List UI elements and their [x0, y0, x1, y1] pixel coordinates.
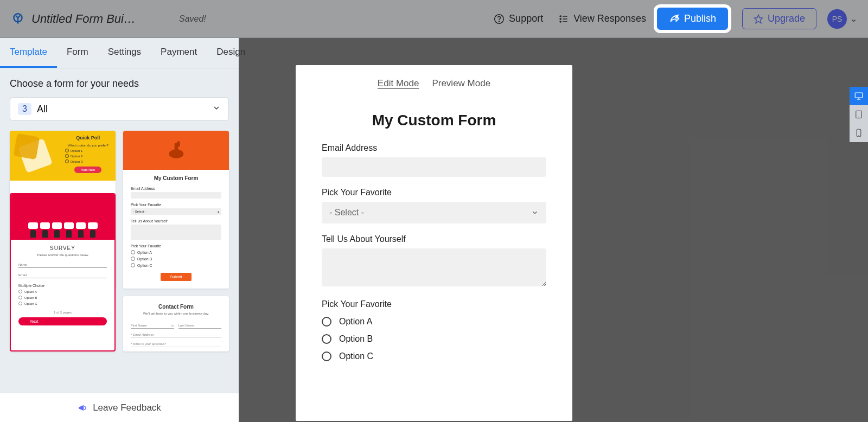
- field-input: [131, 192, 221, 199]
- survey-email-field: Email: [18, 271, 107, 278]
- list-icon: [558, 14, 569, 24]
- view-responses-link[interactable]: View Responses: [558, 13, 646, 24]
- tab-payment[interactable]: Payment: [151, 38, 207, 68]
- survey-title: SURVEY: [18, 245, 107, 251]
- field-label: Email Address: [131, 187, 221, 190]
- template-filter-select[interactable]: 3 All: [10, 97, 229, 121]
- chevron-down-icon: [212, 104, 221, 114]
- svg-point-3: [560, 15, 561, 16]
- template-count-badge: 3: [18, 103, 31, 115]
- support-label: Support: [509, 13, 543, 24]
- field-label: Pick Your Favorite: [131, 203, 221, 207]
- field-label-about[interactable]: Tell Us About Yourself: [322, 234, 546, 244]
- viewport-desktop[interactable]: [850, 87, 868, 105]
- support-link[interactable]: Support: [494, 13, 543, 24]
- contact-question: * What is your question?: [131, 342, 221, 347]
- contact-first-name: First Name▭: [131, 324, 174, 329]
- form-canvas: Edit Mode Preview Mode My Custom Form Em…: [296, 65, 572, 421]
- desktop-icon: [854, 91, 864, 101]
- tablet-icon: [854, 110, 864, 119]
- tab-form[interactable]: Form: [57, 38, 98, 68]
- sidebar-tabs: Template Form Settings Payment Design: [0, 38, 239, 68]
- svg-point-10: [169, 149, 183, 158]
- user-menu-caret[interactable]: ⌄: [850, 14, 857, 24]
- poll-title: Quick Poll: [65, 135, 111, 140]
- contact-subtitle: We'll get back to you within one busines…: [131, 312, 221, 315]
- page-title[interactable]: Untitled Form Bui…: [31, 12, 136, 26]
- help-icon: [494, 14, 505, 24]
- favorite-select[interactable]: - Select -: [322, 202, 546, 223]
- survey-artwork: [11, 194, 114, 240]
- publish-label: Publish: [684, 13, 716, 24]
- custom-submit: Submit: [161, 273, 192, 281]
- publish-button[interactable]: Publish: [657, 8, 728, 30]
- about-textarea[interactable]: [322, 248, 546, 286]
- field-label: Tell Us About Yourself: [131, 219, 221, 223]
- poll-option: Option 2: [65, 154, 111, 158]
- template-section-title: Choose a form for your needs: [10, 78, 229, 89]
- chevron-down-icon: [531, 209, 539, 216]
- survey-subtitle: Please answer the questions below: [18, 253, 107, 257]
- svg-point-5: [560, 21, 561, 22]
- radio-icon[interactable]: [322, 334, 331, 344]
- field-radio: Option B: [131, 257, 221, 261]
- survey-radio: Option B: [18, 296, 107, 299]
- field-radio: Option A: [131, 250, 221, 254]
- svg-marker-9: [754, 15, 762, 23]
- field-label-email[interactable]: Email Address: [322, 143, 546, 153]
- template-card-survey[interactable]: SURVEY Please answer the questions below…: [10, 193, 116, 351]
- mode-tab-edit[interactable]: Edit Mode: [378, 78, 419, 89]
- email-field[interactable]: [322, 157, 546, 177]
- tab-design[interactable]: Design: [207, 38, 255, 68]
- leave-feedback-button[interactable]: Leave Feedback: [0, 393, 239, 422]
- field-select: - Select -▾: [131, 208, 221, 215]
- poll-artwork: [10, 131, 61, 181]
- svg-point-4: [560, 18, 561, 19]
- poll-question: Which option do you prefer?: [65, 144, 111, 147]
- contact-email: * Email Address: [131, 333, 221, 338]
- sidebar: Template Form Settings Payment Design Ch…: [0, 38, 239, 422]
- template-card-custom-form[interactable]: My Custom Form Email Address Pick Your F…: [123, 131, 229, 289]
- form-title[interactable]: My Custom Form: [296, 112, 572, 129]
- contact-title: Contact Form: [131, 304, 221, 310]
- megaphone-icon: [78, 403, 87, 413]
- field-label-favorite[interactable]: Pick Your Favorite: [322, 188, 546, 197]
- survey-radio: Option A: [18, 290, 107, 293]
- viewport-mobile[interactable]: [850, 124, 868, 142]
- contact-last-name: Last Name: [178, 324, 222, 329]
- mode-tabs: Edit Mode Preview Mode: [296, 65, 572, 95]
- viewport-tablet[interactable]: [850, 105, 868, 124]
- custom-title: My Custom Form: [131, 175, 221, 181]
- share-icon: [669, 14, 680, 24]
- survey-name-field: Name: [18, 261, 107, 268]
- field-radio: Option C: [131, 263, 221, 267]
- select-placeholder: - Select -: [329, 208, 364, 218]
- field-label: Pick Your Favorite: [131, 244, 221, 248]
- svg-point-2: [499, 21, 500, 22]
- save-status: Saved!: [179, 14, 206, 24]
- upgrade-button[interactable]: Upgrade: [742, 8, 816, 29]
- template-card-contact[interactable]: Contact Form We'll get back to you withi…: [123, 296, 229, 351]
- radio-icon[interactable]: [322, 317, 331, 327]
- user-avatar[interactable]: PS: [827, 9, 847, 29]
- app-header: Untitled Form Bui… Saved! Support View R…: [0, 0, 868, 38]
- custom-artwork: [123, 131, 229, 170]
- mode-tab-preview[interactable]: Preview Mode: [432, 78, 490, 89]
- radio-option-a[interactable]: Option A: [322, 317, 546, 327]
- field-label-favorite-2[interactable]: Pick Your Favorite: [322, 299, 546, 309]
- tab-settings[interactable]: Settings: [98, 38, 151, 68]
- svg-rect-13: [855, 93, 863, 98]
- mobile-icon: [854, 128, 864, 138]
- radio-icon[interactable]: [322, 351, 331, 361]
- field-textarea: [131, 225, 221, 240]
- tab-template[interactable]: Template: [0, 38, 57, 68]
- radio-option-b[interactable]: Option B: [322, 334, 546, 344]
- radio-option-c[interactable]: Option C: [322, 351, 546, 361]
- template-filter-label: All: [37, 104, 212, 115]
- survey-radio: Option C: [18, 302, 107, 305]
- survey-mc-label: Multiple Choice: [18, 284, 107, 287]
- poll-option: Option 1: [65, 149, 111, 152]
- app-logo-icon: [11, 12, 25, 26]
- poll-submit: Vote Now: [74, 167, 101, 173]
- survey-next: Next: [18, 317, 107, 325]
